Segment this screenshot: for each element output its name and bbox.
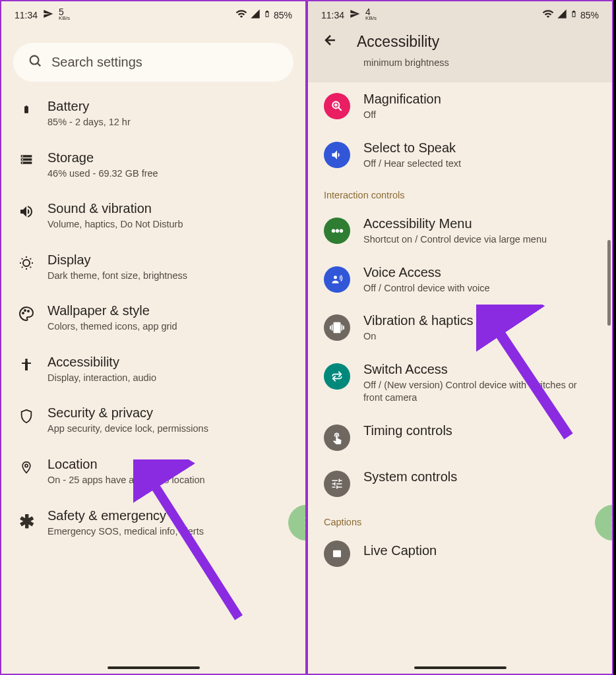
setting-storage[interactable]: Storage 46% used - 69.32 GB free — [1, 140, 305, 191]
setting-security[interactable]: Security & privacy App security, device … — [1, 395, 305, 446]
acc-system[interactable]: System controls — [308, 460, 612, 506]
magnify-icon — [324, 93, 350, 119]
setting-title: Storage — [47, 150, 290, 165]
acc-subtitle: Shortcut on / Control device via large m… — [363, 233, 596, 247]
acc-title: Switch Access — [363, 362, 596, 377]
acc-subtitle: Off / Hear selected text — [363, 158, 596, 171]
svg-point-0 — [30, 56, 39, 65]
nav-handle[interactable] — [108, 666, 200, 669]
signal-icon — [557, 9, 567, 21]
scrollbar[interactable] — [607, 240, 611, 326]
setting-title: Display — [47, 252, 290, 268]
setting-display[interactable]: Display Dark theme, font size, brightnes… — [1, 242, 305, 293]
acc-title: Live Caption — [363, 543, 596, 558]
storage-icon — [17, 153, 36, 166]
setting-title: Location — [47, 457, 290, 472]
setting-subtitle: Dark theme, font size, brightness — [47, 270, 290, 283]
asterisk-icon: ✱ — [17, 511, 36, 533]
send-icon — [350, 9, 360, 21]
acc-title: Vibration & haptics — [363, 313, 596, 328]
setting-subtitle: App security, device lock, permissions — [47, 423, 290, 436]
network-speed: 4KB/s — [365, 9, 377, 21]
setting-subtitle: Volume, haptics, Do Not Disturb — [47, 218, 290, 231]
svg-point-13 — [334, 276, 337, 279]
dots-icon: ••• — [324, 218, 350, 244]
battery-percent: 85% — [580, 10, 599, 20]
page-title: Accessibility — [357, 33, 439, 51]
setting-title: Security & privacy — [47, 405, 290, 421]
acc-select-speak[interactable]: Select to Speak Off / Hear selected text — [308, 131, 612, 180]
battery-percent: 85% — [274, 10, 292, 20]
acc-title: System controls — [363, 469, 596, 484]
svg-point-4 — [24, 310, 26, 311]
search-icon — [28, 53, 42, 71]
caption-icon — [324, 541, 350, 567]
partial-subtitle: minimum brightness — [308, 51, 612, 68]
setting-battery[interactable]: Battery 85% - 2 days, 12 hr — [1, 88, 305, 140]
header: 11:34 4KB/s 85% Accessibility minimum b — [308, 1, 612, 82]
acc-menu[interactable]: ••• Accessibility Menu Shortcut on / Con… — [308, 207, 612, 256]
setting-title: Sound & vibration — [47, 201, 290, 216]
accessibility-icon — [17, 357, 36, 373]
setting-subtitle: 85% - 2 days, 12 hr — [47, 116, 290, 129]
location-icon — [17, 459, 36, 475]
tune-icon — [324, 471, 350, 497]
setting-wallpaper[interactable]: Wallpaper & style Colors, themed icons, … — [1, 293, 305, 344]
acc-vibration[interactable]: Vibration & haptics On — [308, 304, 612, 353]
svg-point-6 — [25, 359, 28, 361]
setting-subtitle: 46% used - 69.32 GB free — [47, 167, 290, 181]
setting-subtitle: On - 25 apps have access to location — [47, 474, 290, 487]
setting-sound[interactable]: Sound & vibration Volume, haptics, Do No… — [1, 191, 305, 242]
shield-icon — [17, 408, 36, 424]
setting-subtitle: Colors, themed icons, app grid — [47, 320, 290, 334]
volume-icon — [17, 204, 36, 220]
speak-icon — [324, 142, 350, 168]
voice-icon — [324, 266, 350, 293]
accessibility-screen: 11:34 4KB/s 85% Accessibility minimum b — [307, 0, 613, 675]
acc-subtitle: Off / (New version) Control device with … — [363, 379, 596, 405]
svg-point-5 — [28, 310, 29, 312]
clock: 11:34 — [321, 10, 344, 20]
palette-icon — [17, 306, 36, 322]
acc-title: Timing controls — [363, 423, 596, 438]
search-input[interactable]: Search settings — [13, 43, 293, 82]
svg-point-3 — [22, 312, 24, 314]
svg-point-2 — [23, 260, 30, 266]
status-bar: 11:34 5KB/s 85% — [1, 1, 305, 24]
setting-title: Battery — [47, 99, 290, 114]
acc-title: Magnification — [363, 92, 596, 107]
wifi-icon — [235, 8, 247, 22]
setting-title: Safety & emergency — [47, 508, 290, 523]
acc-title: Accessibility Menu — [363, 216, 596, 231]
svg-point-7 — [25, 464, 28, 467]
acc-title: Voice Access — [363, 265, 596, 280]
acc-switch[interactable]: Switch Access Off / (New version) Contro… — [308, 353, 612, 414]
acc-voice[interactable]: Voice Access Off / Control device with v… — [308, 256, 612, 305]
setting-subtitle: Emergency SOS, medical info, alerts — [47, 525, 290, 539]
setting-accessibility[interactable]: Accessibility Display, interaction, audi… — [1, 344, 305, 396]
network-speed: 5KB/s — [59, 9, 70, 21]
acc-live-caption[interactable]: Live Caption — [308, 534, 612, 568]
acc-timing[interactable]: Timing controls — [308, 414, 612, 460]
touch-icon — [324, 425, 350, 451]
search-placeholder: Search settings — [51, 55, 142, 70]
section-captions: Captions — [308, 506, 612, 534]
battery-icon — [17, 102, 36, 117]
acc-title: Select to Speak — [363, 140, 596, 156]
acc-magnification[interactable]: Magnification Off — [308, 82, 612, 131]
wifi-icon — [542, 8, 554, 22]
clock: 11:34 — [15, 10, 38, 20]
setting-safety[interactable]: ✱ Safety & emergency Emergency SOS, medi… — [1, 498, 305, 549]
nav-handle[interactable] — [414, 666, 507, 669]
settings-screen: 11:34 5KB/s 85% Search settings — [0, 0, 307, 675]
send-icon — [43, 9, 53, 21]
setting-location[interactable]: Location On - 25 apps have access to loc… — [1, 446, 305, 498]
acc-subtitle: On — [363, 330, 596, 343]
back-button[interactable] — [323, 32, 338, 51]
battery-icon — [570, 8, 578, 22]
vibration-icon — [324, 314, 350, 341]
svg-line-10 — [338, 107, 342, 111]
acc-subtitle: Off / Control device with voice — [363, 282, 596, 295]
setting-title: Accessibility — [47, 355, 290, 370]
battery-icon — [263, 8, 271, 22]
